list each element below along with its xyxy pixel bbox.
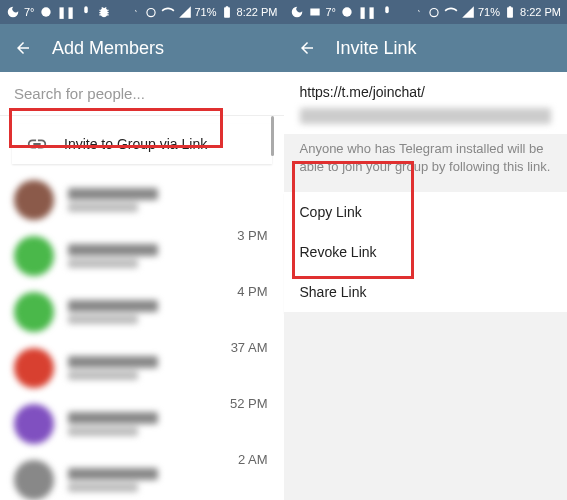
scrollbar[interactable] <box>271 116 274 156</box>
screen-invite-link: 7° ❚❚ 71% 8:22 PM Invite Link https://t.… <box>284 0 568 500</box>
list-item[interactable] <box>0 452 284 500</box>
svg-point-0 <box>41 7 50 16</box>
wifi-icon <box>161 5 175 19</box>
app-bar: Invite Link <box>284 24 568 72</box>
vibrate-icon <box>410 5 424 19</box>
circle-icon <box>340 5 354 19</box>
share-link-button[interactable]: Share Link <box>284 272 568 312</box>
copy-link-button[interactable]: Copy Link <box>284 192 568 232</box>
svg-rect-2 <box>310 9 319 16</box>
page-title: Invite Link <box>336 38 417 59</box>
action-panel: Copy Link Revoke Link Share Link <box>284 192 568 312</box>
signal-icon <box>178 5 192 19</box>
back-arrow-icon[interactable] <box>298 39 316 57</box>
moon-icon <box>6 5 20 19</box>
signal-icon <box>461 5 475 19</box>
weather-temp: 7° <box>326 6 337 18</box>
invite-hint: Anyone who has Telegram installed will b… <box>284 134 568 192</box>
battery-icon <box>503 5 517 19</box>
pause-icon: ❚❚ <box>358 6 376 19</box>
alarm-icon <box>427 5 441 19</box>
list-item[interactable] <box>0 172 284 228</box>
screen-add-members: 7° ❚❚ 71% 8:22 PM Add Members Search for… <box>0 0 284 500</box>
svg-point-1 <box>146 9 154 17</box>
wifi-icon <box>444 5 458 19</box>
back-arrow-icon[interactable] <box>14 39 32 57</box>
page-title: Add Members <box>52 38 164 59</box>
list-item[interactable] <box>0 228 284 284</box>
search-placeholder: Search for people... <box>14 85 145 102</box>
invite-label: Invite to Group via Link <box>64 136 207 152</box>
debug-icon <box>97 5 111 19</box>
status-time: 8:22 PM <box>237 6 278 18</box>
link-icon <box>26 133 48 155</box>
revoke-link-button[interactable]: Revoke Link <box>284 232 568 272</box>
empty-area <box>284 312 568 500</box>
app-bar: Add Members <box>0 24 284 72</box>
pause-icon: ❚❚ <box>57 6 75 19</box>
battery-icon <box>220 5 234 19</box>
weather-temp: 7° <box>24 6 35 18</box>
contact-list[interactable]: 3 PM 4 PM 37 AM 52 PM 2 AM 1:29 PM :41 P… <box>0 172 284 500</box>
invite-via-link-button[interactable]: Invite to Group via Link <box>12 124 272 164</box>
list-item[interactable] <box>0 396 284 452</box>
mic-icon <box>380 5 394 19</box>
status-bar: 7° ❚❚ 71% 8:22 PM <box>0 0 284 24</box>
circle-icon <box>39 5 53 19</box>
svg-point-3 <box>342 7 351 16</box>
mic-icon <box>79 5 93 19</box>
rect-icon <box>308 5 322 19</box>
vibrate-icon <box>127 5 141 19</box>
invite-url[interactable]: https://t.me/joinchat/ <box>284 72 568 108</box>
list-item[interactable] <box>0 284 284 340</box>
blurred-token <box>300 108 552 124</box>
status-bar: 7° ❚❚ 71% 8:22 PM <box>284 0 568 24</box>
battery-percent: 71% <box>195 6 217 18</box>
search-input[interactable]: Search for people... <box>0 72 284 116</box>
battery-percent: 71% <box>478 6 500 18</box>
moon-icon <box>290 5 304 19</box>
status-time: 8:22 PM <box>520 6 561 18</box>
alarm-icon <box>144 5 158 19</box>
list-item[interactable] <box>0 340 284 396</box>
svg-point-4 <box>430 9 438 17</box>
